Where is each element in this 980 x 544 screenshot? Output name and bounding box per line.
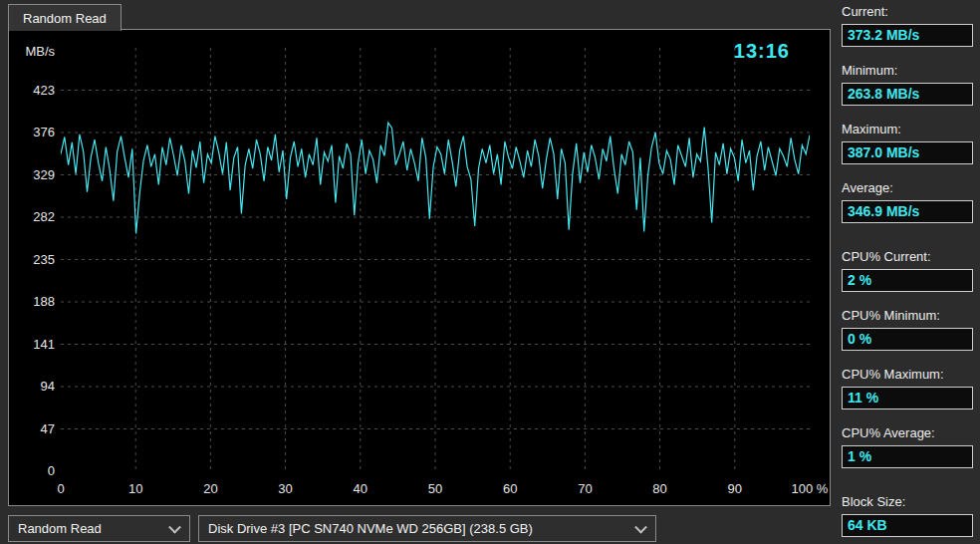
x-axis: 0102030405060708090100 %	[61, 481, 810, 498]
x-tick-label: 70	[578, 481, 592, 496]
y-tick-label: 376	[33, 126, 55, 139]
stat-value: 263.8 MB/s	[842, 83, 973, 106]
y-axis: MB/s 42337632928223518814194470	[13, 48, 57, 471]
chart-svg	[61, 48, 810, 471]
y-axis-unit-label: MB/s	[25, 44, 55, 59]
y-tick-label: 188	[33, 295, 55, 309]
x-tick-label: 90	[728, 481, 742, 496]
y-tick-label: 94	[41, 380, 55, 394]
stat-value: 1 %	[842, 445, 973, 468]
stat-value: 2 %	[842, 269, 973, 292]
stat-current: Current: 373.2 MB/s	[842, 4, 973, 47]
x-tick-label: 100 %	[792, 481, 829, 496]
chevron-down-icon	[634, 520, 647, 533]
stats-sidebar: Current: 373.2 MB/s Minimum: 263.8 MB/s …	[842, 4, 973, 544]
y-tick-label: 0	[48, 464, 55, 478]
x-tick-label: 60	[503, 481, 517, 496]
y-tick-label: 329	[33, 168, 55, 182]
stat-value: 373.2 MB/s	[842, 24, 973, 47]
disk-drive-value: Disk Drive #3 [PC SN740 NVMe WD 256GB] (…	[208, 521, 533, 536]
stat-value: 387.0 MB/s	[842, 141, 973, 164]
y-tick-label: 235	[33, 253, 55, 267]
x-tick-label: 40	[354, 481, 368, 496]
x-tick-label: 10	[128, 481, 142, 496]
tab-label: Random Read	[23, 11, 107, 26]
y-tick-label: 141	[33, 338, 55, 352]
stat-label: CPU% Current:	[842, 249, 973, 264]
stat-label: Maximum:	[842, 122, 973, 136]
stat-cpu-maximum: CPU% Maximum: 11 %	[842, 367, 973, 409]
x-tick-label: 50	[428, 481, 442, 496]
chevron-down-icon	[168, 520, 181, 533]
tab-random-read[interactable]: Random Read	[8, 4, 122, 31]
stat-cpu-current: CPU% Current: 2 %	[842, 249, 973, 292]
stat-minimum: Minimum: 263.8 MB/s	[842, 63, 973, 106]
disk-drive-dropdown[interactable]: Disk Drive #3 [PC SN740 NVMe WD 256GB] (…	[198, 515, 656, 542]
stat-label: Block Size:	[842, 494, 973, 509]
y-tick-label: 423	[33, 84, 55, 98]
x-tick-label: 0	[57, 481, 64, 496]
benchmark-chart-panel: MB/s 42337632928223518814194470 01020304…	[8, 29, 831, 506]
x-tick-label: 30	[278, 481, 292, 496]
stat-label: CPU% Maximum:	[842, 367, 973, 382]
stat-average: Average: 346.9 MB/s	[842, 180, 973, 223]
stat-maximum: Maximum: 387.0 MB/s	[842, 122, 973, 164]
test-type-dropdown[interactable]: Random Read	[8, 515, 190, 542]
y-tick-label: 282	[33, 210, 55, 224]
stat-label: CPU% Average:	[842, 425, 973, 440]
plot-area	[61, 48, 810, 471]
y-tick-label: 47	[41, 422, 55, 436]
elapsed-time-label: 13:16	[734, 40, 790, 63]
stat-value: 346.9 MB/s	[842, 200, 973, 223]
stat-value: 64 KB	[842, 514, 973, 537]
x-tick-label: 80	[652, 481, 666, 496]
x-tick-label: 20	[203, 481, 217, 496]
stat-label: Current:	[842, 4, 973, 19]
stat-cpu-average: CPU% Average: 1 %	[842, 425, 973, 468]
stat-label: Average:	[842, 180, 973, 195]
stat-label: Minimum:	[842, 63, 973, 78]
stat-cpu-minimum: CPU% Minimum: 0 %	[842, 308, 973, 351]
stat-block-size: Block Size: 64 KB	[842, 494, 973, 537]
stat-value: 11 %	[842, 387, 973, 409]
stat-label: CPU% Minimum:	[842, 308, 973, 323]
test-type-value: Random Read	[18, 521, 102, 536]
stat-value: 0 %	[842, 328, 973, 351]
